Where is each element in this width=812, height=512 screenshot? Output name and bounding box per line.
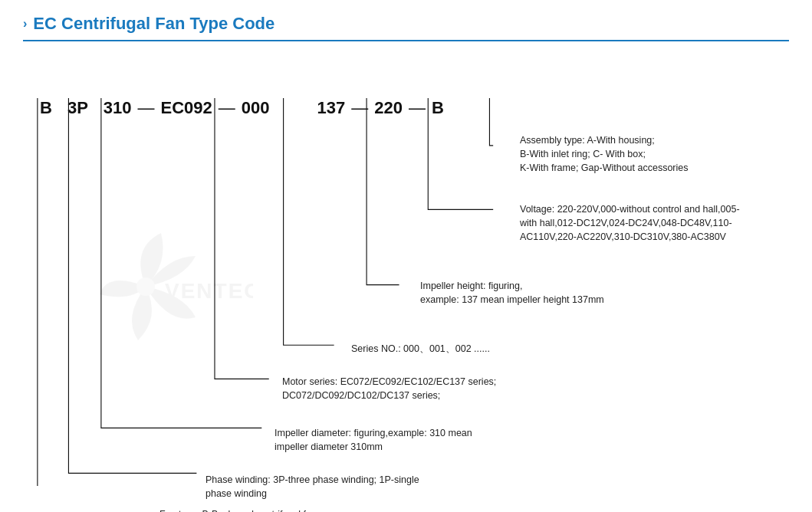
annotation-phase-winding: Phase winding: 3P-three phase winding; 1… [205, 473, 419, 501]
annotation-impeller-height: Impeller height: figuring, example: 137 … [420, 279, 604, 307]
code-B: B [40, 98, 52, 118]
chevron-icon: › [23, 17, 27, 31]
annotation-impeller-diameter: Impeller diameter: figuring,example: 310… [275, 426, 472, 454]
diagram-area: VENTEC B 3P 310 — EC092 — 000 137 — 220 … [23, 49, 789, 486]
code-3P: 3P [67, 98, 88, 118]
code-row: B 3P 310 — EC092 — 000 137 — 220 — B [31, 87, 445, 118]
dash-2: — [219, 98, 235, 118]
code-000: 000 [242, 98, 270, 118]
code-137: 137 [317, 98, 346, 118]
annotation-fan-type: Fan type: B-Backward centrifugal fans; F… [159, 507, 324, 512]
annotation-assembly: Assembly type: A-With housing; B-With in… [520, 133, 689, 175]
annotation-series-no: Series NO.: 000、001、002 ...... [351, 342, 490, 356]
annotation-motor-series: Motor series: EC072/EC092/EC102/EC137 se… [282, 375, 496, 402]
code-B2: B [432, 98, 444, 118]
code-EC092: EC092 [161, 98, 212, 118]
code-220: 220 [374, 98, 403, 118]
svg-point-0 [136, 277, 155, 296]
title-area: › EC Centrifugal Fan Type Code [23, 14, 789, 41]
dash-3: — [351, 98, 368, 118]
svg-text:VENTEC: VENTEC [165, 279, 253, 303]
code-310: 310 [104, 98, 132, 118]
annotation-voltage: Voltage: 220-220V,000-without control an… [520, 202, 740, 244]
dash-4: — [409, 98, 426, 118]
watermark-logo: VENTEC [84, 218, 253, 359]
dash-1: — [138, 98, 155, 118]
page: › EC Centrifugal Fan Type Code VENTEC [0, 0, 812, 512]
page-title: EC Centrifugal Fan Type Code [33, 14, 275, 34]
